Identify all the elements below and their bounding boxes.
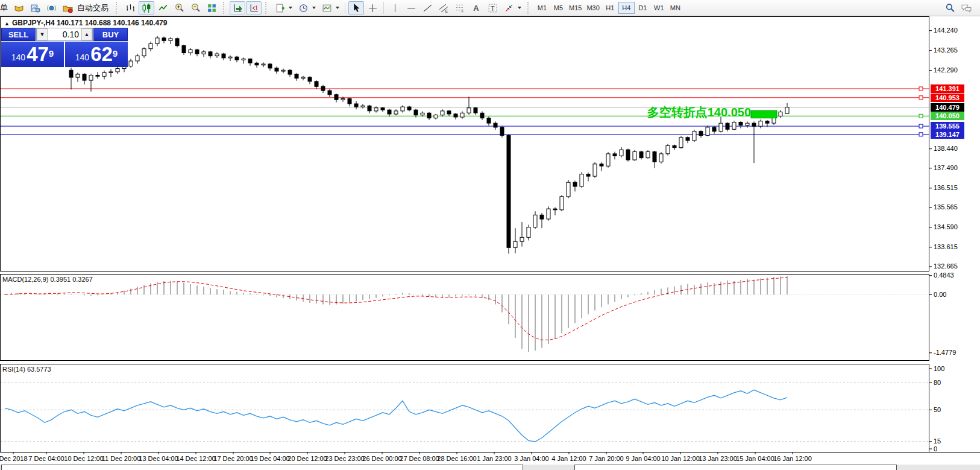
buy-button[interactable]: BUY xyxy=(93,28,128,41)
sell-price-big: 47 xyxy=(27,43,49,65)
volume-increase-button[interactable]: ▲ xyxy=(81,28,92,40)
chart-canvas[interactable] xyxy=(0,0,980,470)
one-click-trading-panel: SELL ▼ ▲ BUY 140479 140629 xyxy=(1,28,128,67)
chart-annotation-text: 多空转折点140.050 xyxy=(647,104,751,121)
mt4-window: 单 自动交易 E F A T M1M5M15M30H1H4D1W1MN xyxy=(0,0,980,470)
buy-price-big: 62 xyxy=(90,43,113,65)
buy-price-prefix: 140 xyxy=(75,49,89,65)
volume-decrease-button[interactable]: ▼ xyxy=(37,28,48,40)
sell-price-prefix: 140 xyxy=(11,49,25,65)
volume-input[interactable] xyxy=(48,28,81,40)
buy-price-pipette: 9 xyxy=(113,42,118,66)
volume-spinner: ▼ ▲ xyxy=(36,28,93,41)
sell-price-button[interactable]: 140479 xyxy=(1,42,64,67)
sell-price-pipette: 9 xyxy=(49,42,54,66)
buy-price-button[interactable]: 140629 xyxy=(65,42,128,67)
sell-button[interactable]: SELL xyxy=(1,28,36,41)
